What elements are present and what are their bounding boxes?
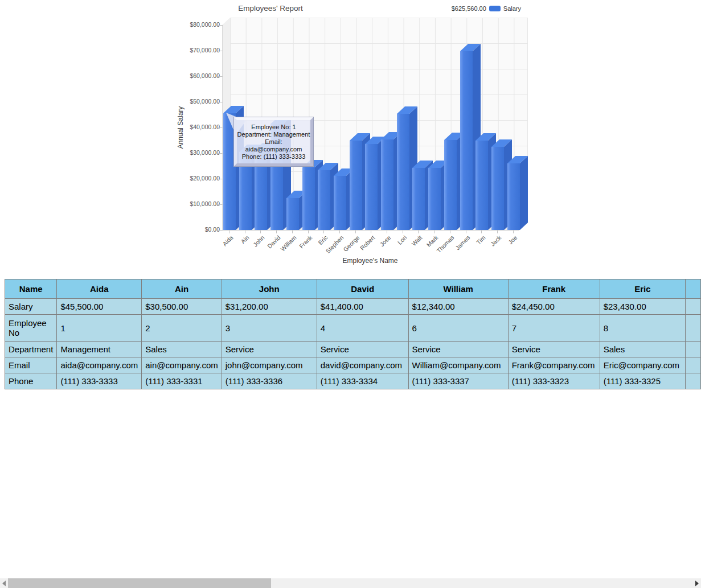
table-cell: Salary [5,299,57,315]
scroll-left-arrow-icon[interactable] [2,581,6,586]
table-cell: Sales [142,342,222,357]
table-cell: $41,400.00 [317,299,408,315]
x-tick-mark [229,231,229,233]
table-cell: (111) 333-3336 [222,373,317,389]
y-tick-mark [218,153,223,154]
table-cell: 4 [317,315,408,342]
horizontal-scrollbar[interactable] [0,578,701,588]
table-header-cell: Frank [508,279,600,299]
plot-area: $80,000.00$70,000.00$60,000.00$50,000.00… [0,0,701,270]
table-cell: Service [222,342,317,357]
x-tick-mark [371,231,371,233]
table-header-row: NameAidaAinJohnDavidWilliamFrankEric [5,279,701,299]
y-tick-mark [218,51,223,51]
table-cell: david@company.com [317,357,408,373]
y-tick-label: $60,000.00 [169,72,220,79]
bar[interactable] [350,141,362,230]
table-row: Phone(111) 333-3333(111) 333-3331(111) 3… [5,373,701,389]
table-cell: $23,430.00 [600,299,685,315]
x-tick-mark [450,231,450,233]
tooltip-line: aida@company.com [237,146,310,153]
table-cell: Eric@company.com [600,357,685,373]
tooltip-line: Department: Management [237,131,310,138]
x-tick-mark [355,231,356,233]
y-tick-label: $80,000.00 [169,21,220,28]
table-cell: 7 [508,315,600,342]
bar[interactable] [365,144,378,230]
table-header-cell: David [317,279,408,299]
x-tick-mark [497,231,498,233]
y-tick-mark [218,76,223,77]
table-header-cell: John [222,279,317,299]
bar[interactable] [412,168,425,230]
table-cell: (111) 333-3323 [508,373,600,389]
table-cell: 1 [57,315,142,342]
y-tick-mark [218,204,223,205]
x-tick-mark [245,231,245,233]
x-tick-mark [292,231,293,233]
x-tick-mark [403,231,403,233]
table-cell: 3 [222,315,317,342]
table-row: DepartmentManagementSalesServiceServiceS… [5,342,701,357]
tooltip-line: Employee No: 1 [237,124,310,131]
table-row: Employee No1234678 [5,315,701,342]
table-cell: 8 [600,315,685,342]
scrollbar-thumb[interactable] [8,578,271,588]
y-tick-mark [218,179,223,179]
table-header-cell: William [408,279,508,299]
table-cell: Service [508,342,600,357]
table-cell: $12,340.00 [408,299,508,315]
x-tick-mark [466,231,466,233]
y-tick-label: $20,000.00 [169,175,220,182]
bar[interactable] [460,51,473,230]
table-cell: aida@company.com [57,357,142,373]
bar[interactable] [428,168,441,230]
table-cell: $45,500.00 [57,299,142,315]
table-cell: William@company.com [408,357,508,373]
bar[interactable] [507,163,520,230]
x-tick-mark [339,231,340,233]
y-tick-mark [218,102,223,102]
bar[interactable] [334,176,346,230]
table-cell: Service [317,342,408,357]
table-cell [685,373,700,389]
bar[interactable] [302,167,315,230]
table-cell [685,299,700,315]
bar[interactable] [397,114,409,230]
x-tick-mark [323,231,324,233]
table-cell: (111) 333-3325 [600,373,685,389]
x-tick-mark [260,231,261,233]
table-row: Emailaida@company.comain@company.comjohn… [5,357,701,373]
table-cell [685,342,700,357]
y-tick-label: $30,000.00 [169,149,220,156]
table-cell: $30,500.00 [142,299,222,315]
y-tick-label: $10,000.00 [169,200,220,207]
table-cell: Employee No [5,315,57,342]
bar[interactable] [318,170,330,230]
table-cell: $31,200.00 [222,299,317,315]
table-header-cell [685,279,700,299]
table-cell: (111) 333-3334 [317,373,408,389]
tooltip-line: Email: [237,138,310,146]
bar[interactable] [444,140,457,230]
table-cell [685,357,700,373]
table-cell: john@company.com [222,357,317,373]
y-tick-label: $0.00 [169,226,220,233]
y-tick-mark [218,230,223,231]
scroll-right-arrow-icon[interactable] [695,581,699,586]
table-cell: (111) 333-3331 [142,373,222,389]
bar[interactable] [381,139,393,230]
table-header-cell: Aida [57,279,142,299]
table-cell: Phone [5,373,57,389]
table-cell: Management [57,342,142,357]
table-cell: Frank@company.com [508,357,600,373]
bar[interactable] [475,141,488,230]
table-cell: ain@company.com [142,357,222,373]
bar[interactable] [491,147,504,230]
x-tick-mark [276,231,277,233]
bar[interactable] [286,198,299,230]
table-cell: $24,450.00 [508,299,600,315]
y-tick-label: $40,000.00 [169,124,220,130]
table-header-cell: Eric [600,279,685,299]
y-tick-label: $50,000.00 [169,98,220,105]
